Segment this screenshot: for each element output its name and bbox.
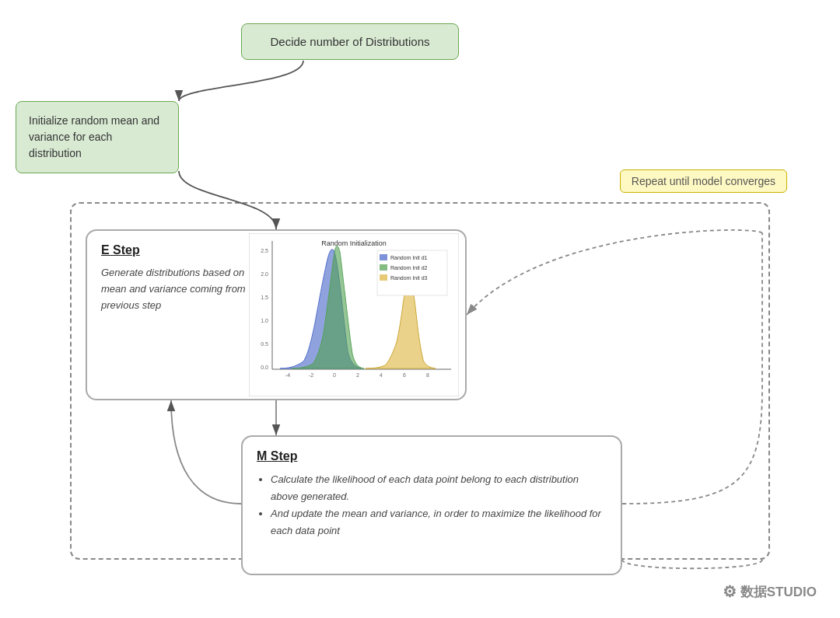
svg-text:8: 8: [426, 372, 429, 378]
svg-text:0.5: 0.5: [261, 341, 268, 347]
svg-text:Random Init d1: Random Init d1: [390, 255, 428, 260]
svg-text:2.0: 2.0: [261, 271, 268, 277]
svg-text:0: 0: [333, 372, 336, 378]
svg-text:Random Init d3: Random Init d3: [390, 275, 428, 281]
svg-text:0.0: 0.0: [261, 365, 268, 370]
svg-text:1.0: 1.0: [261, 318, 268, 323]
m-step-item-2: And update the mean and variance, in ord…: [271, 505, 607, 539]
svg-rect-20: [380, 264, 387, 271]
svg-rect-18: [380, 254, 387, 260]
svg-text:1.5: 1.5: [261, 295, 268, 300]
svg-text:-2: -2: [309, 372, 313, 378]
decide-label: Decide number of Distributions: [270, 35, 429, 48]
e-step-desc: Generate distributions based on mean and…: [101, 265, 257, 313]
m-step-item-1: Calculate the likelihood of each data po…: [271, 471, 607, 505]
watermark-icon: ⚙: [723, 582, 737, 601]
init-box: Initialize random mean and variance for …: [16, 101, 179, 173]
diagram-container: Decide number of Distributions Initializ…: [0, 0, 840, 618]
m-step-title: M Step: [257, 449, 607, 463]
init-label: Initialize random mean and variance for …: [29, 114, 159, 159]
m-step-box: M Step Calculate the likelihood of each …: [241, 435, 622, 575]
repeat-label: Repeat until model converges: [620, 169, 787, 193]
svg-rect-22: [380, 274, 387, 281]
distribution-chart: Random Initialization 0.0 0.5 1.0 1.5 2.…: [249, 233, 459, 396]
chart-area: Random Initialization 0.0 0.5 1.0 1.5 2.…: [249, 233, 459, 396]
svg-text:2: 2: [356, 372, 359, 378]
decide-box: Decide number of Distributions: [241, 23, 459, 60]
watermark-text: 数据STUDIO: [740, 583, 817, 601]
svg-text:-4: -4: [285, 372, 290, 378]
m-step-list: Calculate the likelihood of each data po…: [257, 471, 607, 539]
svg-text:Random Init d2: Random Init d2: [390, 265, 428, 271]
svg-text:6: 6: [403, 372, 406, 378]
svg-text:4: 4: [380, 372, 383, 378]
watermark: ⚙ 数据STUDIO: [723, 582, 817, 601]
svg-text:Random Initialization: Random Initialization: [321, 239, 387, 247]
svg-text:2.5: 2.5: [261, 248, 268, 253]
